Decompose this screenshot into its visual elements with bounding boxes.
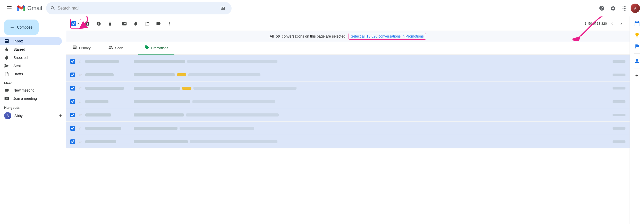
right-panel: + <box>630 16 644 224</box>
sidebar-item-drafts[interactable]: Drafts <box>0 70 62 78</box>
select-all-conversations-link[interactable]: Select all 13,820 conversations in Promo… <box>349 33 426 40</box>
top-bar: Gmail A <box>0 0 644 16</box>
more-button[interactable] <box>165 19 174 28</box>
tasks-panel-button[interactable] <box>632 41 642 51</box>
hangout-add-icon[interactable]: + <box>59 113 62 119</box>
search-icon <box>50 6 55 11</box>
email-time <box>605 74 625 76</box>
blurred-time <box>613 100 625 103</box>
content-area: ▾ <box>66 16 630 224</box>
star-button[interactable]: ☆ <box>77 58 83 65</box>
email-checkbox[interactable] <box>70 139 75 144</box>
contacts-panel-button[interactable] <box>632 56 642 66</box>
hangout-user-name: Abby <box>14 114 23 118</box>
email-checkbox[interactable] <box>70 113 75 117</box>
email-time <box>605 127 625 130</box>
table-row[interactable]: ☆ <box>66 55 630 68</box>
top-right-icons: A <box>597 3 640 13</box>
email-checkbox[interactable] <box>70 126 75 131</box>
star-button[interactable]: ☆ <box>77 125 83 131</box>
select-all-checkbox[interactable] <box>71 21 76 26</box>
selection-banner: All 50 conversations on this page are se… <box>66 31 630 42</box>
label-button[interactable] <box>154 19 163 28</box>
table-row[interactable]: ☆ <box>66 82 630 95</box>
email-checkbox[interactable] <box>70 73 75 77</box>
star-button[interactable]: ☆ <box>77 139 83 145</box>
sidebar-item-join-meeting[interactable]: Join a meeting <box>0 94 62 103</box>
sidebar-item-starred[interactable]: Starred <box>0 45 62 53</box>
table-row[interactable]: ☆ <box>66 122 630 135</box>
email-time <box>605 60 625 63</box>
tab-promotions-label: Promotions <box>151 46 168 50</box>
sidebar-item-inbox[interactable]: Inbox <box>0 37 62 45</box>
tab-social[interactable]: Social <box>102 42 138 55</box>
email-content <box>134 140 603 143</box>
account-avatar[interactable]: A <box>631 4 640 13</box>
table-row[interactable]: ☆ <box>66 108 630 122</box>
search-options-button[interactable] <box>218 4 227 13</box>
delete-button[interactable] <box>105 19 115 28</box>
tab-primary[interactable]: Primary <box>66 42 102 55</box>
prev-page-button[interactable] <box>608 20 616 28</box>
archive-button[interactable] <box>83 19 92 28</box>
selection-count: 50 <box>276 34 280 38</box>
table-row[interactable]: ☆ <box>66 95 630 108</box>
snoozed-label: Snoozed <box>13 56 28 60</box>
compose-button[interactable]: + Compose <box>4 20 39 35</box>
blurred-subject <box>134 127 177 130</box>
blurred-preview <box>193 87 296 90</box>
table-row[interactable]: ☆ <box>66 135 630 148</box>
calendar-panel-button[interactable] <box>632 19 642 29</box>
blurred-subject <box>134 87 180 90</box>
star-button[interactable]: ☆ <box>77 72 83 78</box>
blurred-subject <box>134 140 188 143</box>
select-all-checkbox-wrap: ▾ <box>70 19 81 29</box>
selection-suffix: conversations on this page are selected. <box>282 34 346 38</box>
blurred-time <box>613 74 625 76</box>
email-content <box>134 127 603 130</box>
search-input[interactable] <box>57 6 216 11</box>
tab-primary-icon <box>72 45 77 51</box>
blurred-preview <box>192 100 275 103</box>
blurred-subject <box>134 113 184 117</box>
sidebar-item-sent[interactable]: Sent <box>0 62 62 70</box>
sender-name <box>85 100 132 103</box>
table-row[interactable]: ☆ <box>66 68 630 82</box>
mark-unread-button[interactable] <box>120 19 129 28</box>
email-time <box>605 114 625 116</box>
tab-promotions-icon <box>145 45 149 51</box>
email-checkbox[interactable] <box>70 59 75 64</box>
tabs-bar: Primary Social Promotions <box>66 42 630 55</box>
avatar-image: A <box>631 4 640 13</box>
select-dropdown-button[interactable]: ▾ <box>76 20 80 27</box>
sender-name <box>85 87 132 90</box>
right-panel-divider <box>634 53 640 54</box>
email-checkbox[interactable] <box>70 86 75 91</box>
snooze-button[interactable] <box>131 19 140 28</box>
sidebar-item-new-meeting[interactable]: New meeting <box>0 86 62 94</box>
blurred-preview <box>180 127 254 130</box>
compose-plus-icon: + <box>10 24 14 31</box>
hamburger-menu-button[interactable] <box>4 3 14 13</box>
tab-promotions[interactable]: Promotions <box>138 42 174 55</box>
email-time <box>605 140 625 143</box>
hangout-user-item[interactable]: A Abby + <box>0 111 66 121</box>
sidebar-item-snoozed[interactable]: Snoozed <box>0 53 62 62</box>
settings-button[interactable] <box>608 3 618 13</box>
add-panel-button[interactable]: + <box>632 70 642 81</box>
search-bar <box>46 2 232 14</box>
keep-panel-button[interactable] <box>632 30 642 40</box>
next-page-button[interactable] <box>617 20 625 28</box>
star-button[interactable]: ☆ <box>77 98 83 105</box>
email-time <box>605 100 625 103</box>
star-button[interactable]: ☆ <box>77 85 83 91</box>
compose-label: Compose <box>17 25 32 29</box>
email-checkbox[interactable] <box>70 99 75 104</box>
move-to-button[interactable] <box>142 19 152 28</box>
spam-button[interactable] <box>94 19 103 28</box>
apps-button[interactable] <box>619 3 630 13</box>
star-button[interactable]: ☆ <box>77 112 83 118</box>
help-button[interactable] <box>597 3 607 13</box>
new-meeting-label: New meeting <box>13 88 35 92</box>
sender-name <box>85 113 132 117</box>
